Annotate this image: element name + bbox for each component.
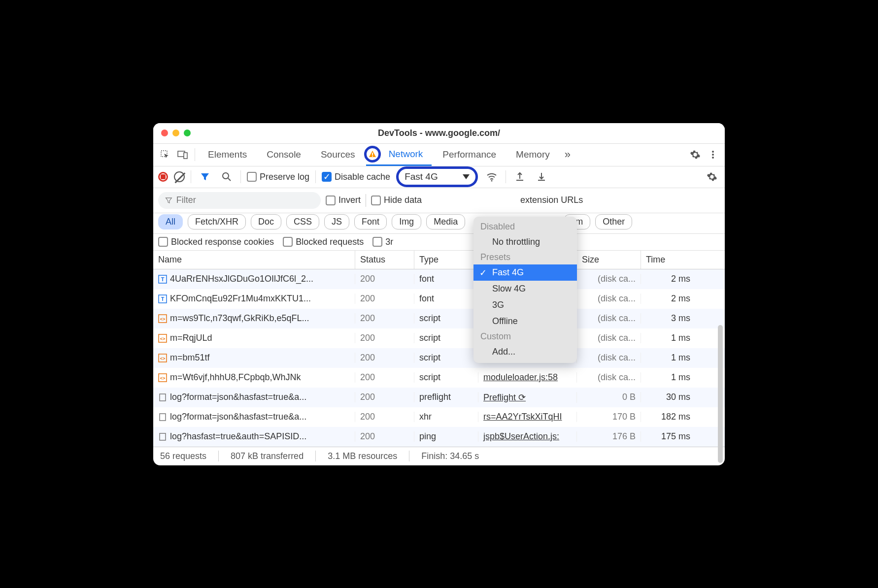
invert-checkbox[interactable]: Invert: [326, 195, 361, 205]
cell-status: 200: [355, 313, 414, 324]
tab-memory[interactable]: Memory: [507, 144, 559, 166]
filter-input[interactable]: [176, 195, 314, 205]
import-har-icon[interactable]: [512, 169, 528, 185]
tab-sources[interactable]: Sources: [312, 144, 364, 166]
cell-size: 0 B: [577, 392, 641, 402]
search-icon[interactable]: [219, 169, 235, 185]
window-controls: [161, 130, 191, 136]
table-row[interactable]: <>m=Wt6vjf,hhhU8,FCpbqb,WhJNk200scriptmo…: [153, 368, 725, 388]
blocked-requests-checkbox[interactable]: Blocked requests: [283, 237, 364, 247]
filter-toggle-icon[interactable]: [197, 169, 213, 185]
cell-time: 30 ms: [641, 392, 695, 402]
cell-time: 3 ms: [641, 313, 695, 324]
third-party-checkbox[interactable]: 3r: [372, 237, 393, 247]
status-resources: 3.1 MB resources: [328, 451, 397, 461]
col-type[interactable]: Type: [414, 251, 478, 269]
cell-type: preflight: [414, 392, 478, 402]
pill-js[interactable]: JS: [324, 214, 349, 229]
table-row[interactable]: log?format=json&hasfast=true&a...200xhrr…: [153, 407, 725, 427]
status-requests: 56 requests: [160, 451, 206, 461]
blocked-filter-row: Blocked response cookies Blocked request…: [153, 234, 725, 251]
tab-console[interactable]: Console: [258, 144, 310, 166]
table-row[interactable]: <>m=ws9Tlc,n73qwf,GkRiKb,e5qFL...200scri…: [153, 309, 725, 328]
cell-initiator[interactable]: jspb$UserAction.js:: [478, 431, 577, 442]
cell-status: 200: [355, 431, 414, 442]
tab-network[interactable]: Network: [366, 144, 432, 166]
cell-time: 175 ms: [641, 431, 695, 442]
dropdown-opt-no-throttling[interactable]: No throttling: [473, 234, 577, 250]
network-settings-icon[interactable]: [704, 169, 720, 185]
throttle-select[interactable]: Fast 4G: [396, 166, 478, 187]
svg-text:T: T: [161, 296, 165, 302]
pill-all[interactable]: All: [158, 214, 183, 229]
cell-initiator[interactable]: Preflight ⟳: [478, 392, 577, 403]
scrollbar[interactable]: [718, 325, 723, 463]
cell-type: font: [414, 294, 478, 304]
svg-point-8: [223, 173, 229, 179]
cell-size: (disk ca...: [577, 353, 641, 363]
cell-size: (disk ca...: [577, 313, 641, 324]
preserve-log-checkbox[interactable]: Preserve log: [247, 172, 309, 182]
pill-img[interactable]: Img: [392, 214, 421, 229]
disable-cache-checkbox[interactable]: ✓Disable cache: [322, 172, 390, 182]
tab-performance[interactable]: Performance: [434, 144, 505, 166]
pill-doc[interactable]: Doc: [251, 214, 281, 229]
table-row[interactable]: T4UaRrENHsxJlGDuGo1OIlJfC6l_2...200fontn…: [153, 269, 725, 289]
dropdown-opt-add[interactable]: Add...: [473, 344, 577, 360]
maximize-window[interactable]: [184, 130, 191, 136]
inspect-icon[interactable]: [157, 147, 173, 163]
dropdown-opt-slow4g[interactable]: Slow 4G: [473, 281, 577, 297]
status-transferred: 807 kB transferred: [231, 451, 304, 461]
kebab-menu-icon[interactable]: [705, 147, 721, 163]
minimize-window[interactable]: [172, 130, 179, 136]
export-har-icon[interactable]: [534, 169, 549, 185]
table-row[interactable]: log?hasfast=true&auth=SAPISID...200pingj…: [153, 427, 725, 447]
network-conditions-icon[interactable]: [484, 169, 500, 185]
file-type-icon: <>: [158, 334, 167, 343]
col-time[interactable]: Time: [641, 251, 695, 269]
settings-icon[interactable]: [687, 147, 703, 163]
pill-fetch-xhr[interactable]: Fetch/XHR: [188, 214, 246, 229]
filter-input-wrapper[interactable]: [158, 192, 321, 209]
chevron-down-icon: [463, 174, 470, 179]
table-row[interactable]: log?format=json&hasfast=true&a...200pref…: [153, 388, 725, 407]
cell-status: 200: [355, 372, 414, 383]
dropdown-opt-fast4g[interactable]: Fast 4G: [473, 264, 577, 281]
table-row[interactable]: TKFOmCnqEu92Fr1Mu4mxKKTU1...200fontn3:(d…: [153, 289, 725, 309]
pill-font[interactable]: Font: [354, 214, 387, 229]
cell-type: script: [414, 333, 478, 343]
table-row[interactable]: <>m=bm51tf200scriptmoduleloader.js:58(di…: [153, 348, 725, 368]
pill-media[interactable]: Media: [426, 214, 465, 229]
table-row[interactable]: <>m=RqjULd200script58(disk ca...1 ms: [153, 328, 725, 348]
table-header: Name Status Type Size Time: [153, 251, 725, 269]
record-button[interactable]: [158, 172, 168, 182]
blocked-cookies-checkbox[interactable]: Blocked response cookies: [158, 237, 274, 247]
svg-rect-24: [160, 414, 166, 421]
close-window[interactable]: [161, 130, 168, 136]
cell-time: 182 ms: [641, 412, 695, 422]
col-status[interactable]: Status: [355, 251, 414, 269]
label-text: Disable cache: [335, 172, 390, 182]
file-type-icon: T: [158, 294, 167, 303]
dropdown-opt-3g[interactable]: 3G: [473, 297, 577, 313]
clear-button[interactable]: [174, 171, 185, 182]
dropdown-opt-offline[interactable]: Offline: [473, 313, 577, 329]
more-tabs-icon[interactable]: »: [561, 148, 574, 161]
pill-css[interactable]: CSS: [286, 214, 319, 229]
label-text: 3r: [385, 237, 393, 247]
cell-name: T4UaRrENHsxJlGDuGo1OIlJfC6l_2...: [153, 274, 355, 284]
file-type-icon: T: [158, 275, 167, 284]
col-name[interactable]: Name: [153, 251, 355, 269]
hide-data-urls-checkbox[interactable]: Hide data: [371, 195, 422, 205]
status-bar: 56 requests 807 kB transferred 3.1 MB re…: [153, 447, 725, 465]
cell-initiator[interactable]: rs=AA2YrTskXiTqHI: [478, 412, 577, 422]
cell-time: 1 ms: [641, 372, 695, 383]
dropdown-section: Custom: [473, 329, 577, 344]
device-toggle-icon[interactable]: [175, 147, 191, 163]
pill-other[interactable]: Other: [595, 214, 632, 229]
tab-elements[interactable]: Elements: [199, 144, 256, 166]
cell-time: 1 ms: [641, 333, 695, 343]
network-toolbar: Preserve log ✓Disable cache Fast 4G: [153, 166, 725, 188]
col-size[interactable]: Size: [577, 251, 641, 269]
cell-initiator[interactable]: moduleloader.js:58: [478, 372, 577, 383]
